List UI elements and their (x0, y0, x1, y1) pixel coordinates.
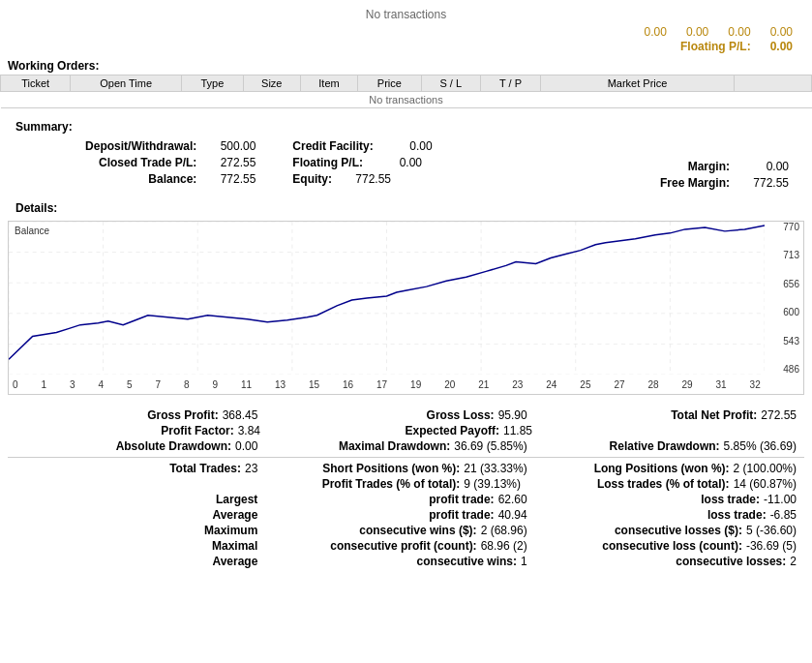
maximum-consec-losses-label: consecutive losses ($): (615, 524, 742, 537)
fp-val-2: 0.00 (686, 25, 708, 39)
total-trades-value: 23 (245, 462, 257, 475)
total-net-profit-label: Total Net Profit: (671, 408, 757, 422)
chart-x-axis: 0 1 3 4 5 7 8 9 11 13 15 16 17 19 20 21 … (9, 375, 765, 394)
col-size: Size (243, 75, 300, 92)
x-9: 9 (212, 379, 218, 390)
relative-drawdown-value: 5.85% (36.69) (724, 439, 797, 453)
summary-title: Summary: (8, 116, 804, 136)
maximal-drawdown-value: 36.69 (5.85%) (454, 439, 526, 453)
closed-pl-label: Closed Trade P/L: (99, 156, 196, 169)
x-13: 13 (275, 379, 286, 390)
profit-factor-label: Profit Factor: (161, 424, 233, 437)
average-label: Average (212, 508, 257, 522)
x-21: 21 (478, 379, 489, 390)
x-23: 23 (512, 379, 523, 390)
col-sl: S / L (421, 75, 480, 92)
maximum-consec-losses-value: 5 (-36.60) (746, 524, 797, 537)
x-4: 4 (98, 379, 104, 390)
col-market-price: Market Price (541, 75, 735, 92)
largest-profit-trade-value: 62.60 (498, 493, 527, 506)
largest-loss-trade-label: loss trade: (701, 493, 760, 506)
absolute-drawdown-value: 0.00 (235, 439, 257, 453)
profit-trades-value: 9 (39.13%) (464, 477, 521, 491)
long-positions-label: Long Positions (won %): (594, 462, 730, 475)
x-15: 15 (309, 379, 319, 390)
loss-trades-value: 14 (60.87%) (734, 477, 797, 491)
summary-floating-pl-label: Floating P/L: (292, 156, 363, 169)
x-25: 25 (580, 379, 590, 390)
balance-chart: Balance 770 713 (8, 221, 804, 395)
largest-loss-trade-value: -11.00 (764, 493, 797, 506)
maximal-consec-loss-label: consecutive loss (count): (602, 539, 742, 553)
summary-section: Summary: Deposit/Withdrawal: 500.00 Clos… (0, 108, 812, 194)
credit-value: 0.00 (379, 139, 433, 153)
y-label-486: 486 (783, 364, 799, 375)
x-31: 31 (716, 379, 727, 390)
equity-label: Equity: (292, 172, 332, 186)
profit-factor-value: 3.84 (238, 424, 260, 437)
fp-val-3: 0.00 (728, 25, 750, 39)
margin-label: Margin: (688, 160, 730, 173)
maximal-consec-loss-value: -36.69 (5) (746, 539, 797, 553)
x-32: 32 (750, 379, 761, 390)
x-16: 16 (343, 379, 353, 390)
floating-pl-values: 0.00 0.00 0.00 0.00 (645, 25, 793, 39)
col-tp: T / P (480, 75, 540, 92)
x-24: 24 (546, 379, 556, 390)
maximum-consec-wins-value: 2 (68.96) (481, 524, 527, 537)
chart-y-axis: 770 713 656 600 543 486 (765, 222, 803, 375)
gross-profit-value: 368.45 (223, 408, 258, 422)
fp-val-4: 0.00 (770, 25, 793, 39)
average-consec-wins-value: 1 (521, 555, 527, 568)
maximal-consec-profit-value: 68.96 (2) (481, 539, 527, 553)
total-net-profit-value: 272.55 (761, 408, 797, 422)
expected-payoff-value: 11.85 (503, 424, 532, 437)
working-orders-table: Ticket Open Time Type Size Item Price S … (0, 75, 812, 108)
gross-loss-label: Gross Loss: (427, 408, 495, 422)
x-0: 0 (13, 379, 18, 390)
balance-value: 772.55 (202, 172, 256, 186)
col-type: Type (182, 75, 243, 92)
x-5: 5 (127, 379, 133, 390)
relative-drawdown-label: Relative Drawdown: (610, 439, 720, 453)
chart-svg (9, 222, 765, 375)
x-19: 19 (410, 379, 421, 390)
x-1: 1 (41, 379, 46, 390)
summary-floating-pl-value: 0.00 (369, 156, 422, 169)
maximum-consec-wins-label: consecutive wins ($): (359, 524, 476, 537)
loss-trades-label: Loss trades (% of total): (597, 477, 730, 491)
balance-label: Balance: (148, 172, 196, 186)
average-consec-losses-value: 2 (790, 555, 797, 568)
x-17: 17 (376, 379, 387, 390)
x-11: 11 (241, 379, 252, 390)
closed-pl-value: 272.55 (202, 156, 256, 169)
x-7: 7 (155, 379, 161, 390)
free-margin-value: 772.55 (736, 176, 789, 190)
deposit-label: Deposit/Withdrawal: (85, 139, 196, 153)
x-3: 3 (70, 379, 75, 390)
average-consec-losses-label: consecutive losses: (676, 555, 786, 568)
stats-section: Gross Profit: 368.45 Gross Loss: 95.90 T… (0, 403, 812, 576)
expected-payoff-label: Expected Payoff: (406, 424, 499, 437)
equity-value: 772.55 (338, 172, 391, 186)
y-label-600: 600 (783, 307, 799, 317)
x-20: 20 (444, 379, 455, 390)
deposit-value: 500.00 (202, 139, 256, 153)
col-ticket: Ticket (1, 75, 71, 92)
fp-val-1: 0.00 (645, 25, 667, 39)
short-positions-value: 21 (33.33%) (464, 462, 526, 475)
y-label-770: 770 (783, 222, 799, 232)
floating-pl-label: Floating P/L: (680, 40, 751, 53)
x-28: 28 (647, 379, 658, 390)
y-label-656: 656 (783, 279, 799, 289)
details-section: Details: Balance (0, 194, 812, 403)
no-transactions-header: No transactions (8, 4, 804, 25)
absolute-drawdown-label: Absolute Drawdown: (116, 439, 231, 453)
x-29: 29 (681, 379, 692, 390)
long-positions-value: 2 (100.00%) (734, 462, 797, 475)
total-trades-label: Total Trades: (169, 462, 241, 475)
x-8: 8 (184, 379, 190, 390)
profit-trades-label: Profit Trades (% of total): (322, 477, 461, 491)
average2-label: Average (212, 555, 257, 568)
average-consec-wins-label: consecutive wins: (417, 555, 517, 568)
